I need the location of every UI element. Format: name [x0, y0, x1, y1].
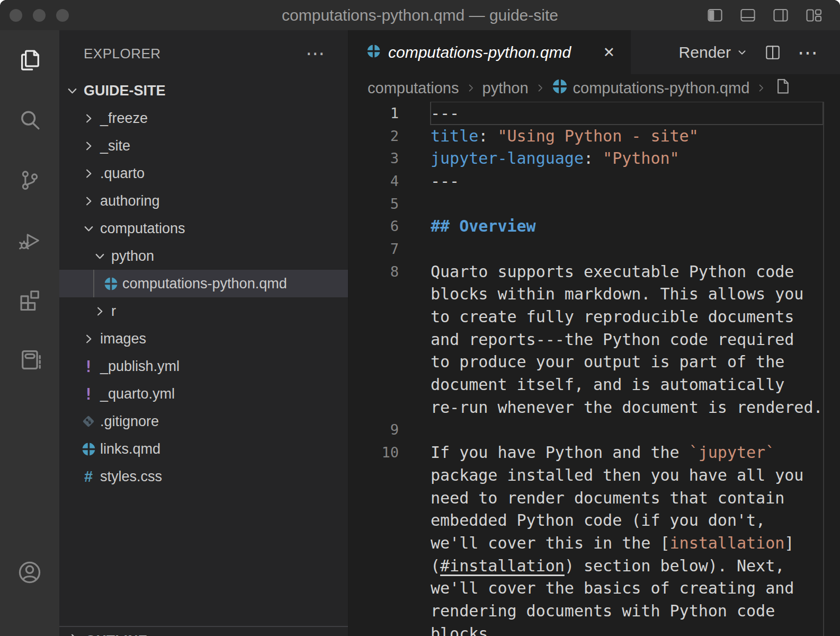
- yaml-icon: !: [81, 359, 96, 374]
- code-token-plain: If you have Python and the: [431, 443, 689, 462]
- code-line: 9: [348, 419, 840, 441]
- chevron-down-icon: [81, 221, 96, 236]
- tree-item-label: .gitignore: [100, 413, 159, 430]
- activity-source-control[interactable]: [0, 150, 59, 210]
- code-line-text: ---: [431, 170, 823, 192]
- line-number: 2: [348, 128, 408, 144]
- code-line: embedded Python code (if you don't,: [348, 509, 840, 532]
- customize-layout-icon[interactable]: [803, 7, 823, 24]
- activity-explorer[interactable]: [0, 30, 59, 90]
- tree-item-r[interactable]: r: [59, 297, 348, 325]
- code-token-key: title: [431, 127, 478, 145]
- breadcrumb-python[interactable]: python: [482, 80, 529, 97]
- quarto-icon: [552, 78, 568, 98]
- activity-notebook[interactable]: [0, 330, 59, 390]
- code-line-text: (#installation) section below). Next,: [431, 554, 823, 577]
- code-line: document itself, and is automatically: [348, 373, 840, 396]
- activity-accounts[interactable]: [0, 542, 59, 602]
- code-line-text: to produce your output is part of the: [431, 351, 823, 374]
- toggle-panel-icon[interactable]: [738, 7, 757, 24]
- tab-computations-python[interactable]: computations-python.qmd ✕: [348, 30, 631, 74]
- chevron-right-icon: [81, 193, 96, 208]
- code-line: re-run whenever the document is rendered…: [348, 396, 840, 419]
- activity-extensions[interactable]: [0, 270, 59, 330]
- code-line-text: to create fully reproducible documents: [431, 305, 823, 328]
- code-token-code: installation: [670, 534, 785, 552]
- code-token-plain: need to render documents that contain: [431, 489, 784, 507]
- code-line-text: we'll cover this in the [installation]: [431, 532, 823, 554]
- code-line: 1---: [348, 102, 840, 125]
- minimize-button[interactable]: [33, 9, 46, 22]
- tree-item-guide-site[interactable]: GUIDE-SITE: [59, 77, 348, 104]
- tree-item-label: .quarto: [100, 165, 145, 182]
- overview-ruler: [823, 102, 824, 636]
- zoom-button[interactable]: [56, 9, 69, 22]
- tree-item--gitignore[interactable]: .gitignore: [59, 408, 348, 435]
- tree-item--quarto-yml[interactable]: !_quarto.yml: [59, 380, 348, 408]
- code-line: 7: [348, 237, 840, 260]
- indent-guide: [93, 270, 94, 297]
- code-line: 4---: [348, 170, 840, 192]
- code-line-text: package installed then you have all you: [431, 464, 823, 487]
- tree-item-python[interactable]: python: [59, 242, 348, 270]
- tree-item-styles-css[interactable]: #styles.css: [59, 463, 348, 490]
- split-editor-button[interactable]: [764, 43, 782, 61]
- code-line-text: blocks within markdown. This allows you: [431, 283, 823, 306]
- tree-item-authoring[interactable]: authoring: [59, 187, 348, 215]
- code-token-plain: ) section below). Next,: [565, 556, 784, 575]
- code-line-text: blocks.: [431, 622, 823, 636]
- code-line-text: and reports---the Python code required: [431, 328, 823, 351]
- activity-search[interactable]: [0, 90, 59, 150]
- close-button[interactable]: [10, 9, 22, 22]
- tree-item--publish-yml[interactable]: !_publish.yml: [59, 352, 348, 380]
- tree-item--site[interactable]: _site: [59, 132, 348, 160]
- code-line: 6## Overview: [348, 215, 840, 237]
- toggle-secondary-sidebar-icon[interactable]: [771, 7, 790, 24]
- tree-item-links-qmd[interactable]: links.qmd: [59, 435, 348, 463]
- account-icon: [16, 559, 43, 586]
- title-bar: computations-python.qmd — guide-site: [0, 0, 840, 30]
- code-token-plain: re-run whenever the document is rendered…: [431, 398, 823, 417]
- tree-item-computations-python-qmd[interactable]: computations-python.qmd: [59, 270, 348, 297]
- code-token-plain: ---: [431, 172, 459, 190]
- code-token-plain: to produce your output is part of the: [431, 352, 784, 371]
- code-line: rendering documents with Python code: [348, 599, 840, 622]
- code-token-plain: package installed then you have all you: [431, 466, 803, 484]
- tab-close-icon[interactable]: ✕: [603, 44, 615, 61]
- activity-run-debug[interactable]: [0, 210, 59, 270]
- line-number: 5: [348, 196, 408, 212]
- code-editor[interactable]: 1---2title: "Using Python - site"3jupyte…: [348, 102, 840, 636]
- code-line-text: need to render documents that contain: [431, 487, 823, 509]
- line-number: 9: [348, 421, 408, 438]
- line-number: 10: [348, 444, 408, 461]
- tree-item-computations[interactable]: computations: [59, 215, 348, 242]
- code-line: 5: [348, 192, 840, 215]
- toggle-primary-sidebar-icon[interactable]: [705, 7, 724, 24]
- tree-item--freeze[interactable]: _freeze: [59, 104, 348, 132]
- notebook-icon: [16, 347, 43, 373]
- tree-item--quarto[interactable]: .quarto: [59, 160, 348, 187]
- code-line: to create fully reproducible documents: [348, 305, 840, 328]
- breadcrumb-symbol-file-icon[interactable]: [773, 77, 792, 100]
- tree-item-label: _publish.yml: [100, 358, 180, 375]
- workbench: EXPLORER ⋯ GUIDE-SITE_freeze_site.quarto…: [0, 30, 840, 636]
- breadcrumb-computations[interactable]: computations: [368, 80, 459, 97]
- code-line-text: embedded Python code (if you don't,: [431, 509, 823, 532]
- code-token-plain: (: [431, 556, 440, 575]
- line-number: 4: [348, 173, 408, 189]
- explorer-more-actions-button[interactable]: ⋯: [306, 48, 325, 59]
- tree-item-images[interactable]: images: [59, 325, 348, 352]
- source-control-icon: [16, 167, 43, 193]
- breadcrumb-computations-python-qmd[interactable]: computations-python.qmd: [552, 78, 750, 98]
- outline-header[interactable]: OUTLINE: [59, 631, 348, 636]
- render-button[interactable]: Render: [679, 43, 748, 61]
- breadcrumb-separator-icon: [466, 83, 476, 93]
- code-line: 8Quarto supports executable Python code: [348, 260, 840, 283]
- chevron-right-icon: [92, 304, 107, 319]
- code-line: blocks within markdown. This allows you: [348, 283, 840, 306]
- line-number: 1: [348, 105, 408, 121]
- breadcrumb-separator-icon: [535, 83, 546, 93]
- editor-more-actions-button[interactable]: ⋯: [798, 50, 818, 55]
- code-line: (#installation) section below). Next,: [348, 554, 840, 577]
- sidebar-header: EXPLORER ⋯: [59, 30, 348, 77]
